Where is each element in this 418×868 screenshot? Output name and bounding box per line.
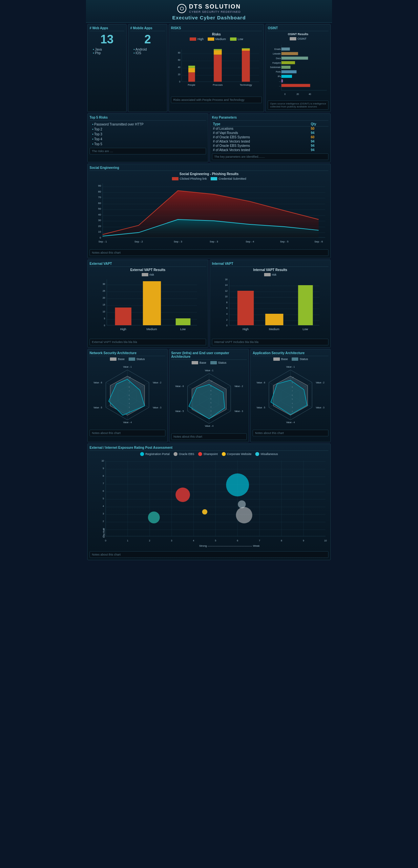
ext-vapt-title: External VAPT xyxy=(90,262,206,267)
process-medium-bar xyxy=(214,50,221,55)
svg-text:Low: Low xyxy=(180,328,186,331)
low-swatch xyxy=(230,37,237,41)
svg-text:0: 0 xyxy=(99,236,101,239)
svg-text:1: 1 xyxy=(127,539,128,542)
top5-item-1: Password Transmitted over HTTP xyxy=(92,122,206,127)
key-params-title: Key Parameters xyxy=(212,116,328,121)
svg-text:Value - 1: Value - 1 xyxy=(123,366,132,368)
sa-base-label: Base xyxy=(200,361,206,364)
reg-label: Registration Portal xyxy=(145,453,170,456)
svg-text:Value - 5: Value - 5 xyxy=(175,410,184,412)
kp-type-4: # of Attack Vectors tested xyxy=(212,139,310,144)
osint-linkedin-bar xyxy=(281,52,298,55)
int-vapt-legend-item: risk xyxy=(264,273,277,276)
top5-item-3: Top 3 xyxy=(92,132,206,137)
clicked-swatch xyxy=(172,177,178,180)
app-arch-legend: Base Status xyxy=(253,358,328,361)
svg-text:Value - 5: Value - 5 xyxy=(256,406,265,409)
sa-base-swatch xyxy=(191,361,198,364)
external-vapt-panel: External VAPT External VAPT Results risk… xyxy=(87,259,208,348)
svg-text:0: 0 xyxy=(103,535,104,537)
svg-text:12: 12 xyxy=(225,290,228,292)
svg-text:60: 60 xyxy=(178,59,180,61)
svg-text:16: 16 xyxy=(225,278,228,281)
svg-text:3: 3 xyxy=(210,410,211,412)
aa-base-swatch xyxy=(273,358,280,361)
svg-text:8: 8 xyxy=(129,386,130,388)
svg-text:...: ... xyxy=(279,80,281,82)
svg-text:15: 15 xyxy=(103,304,105,306)
table-row: # of Attack Vectors tested 94 xyxy=(212,139,328,144)
svg-text:60: 60 xyxy=(98,202,101,205)
high-swatch xyxy=(189,37,196,41)
table-row: # of Oracle EBS Systems 60 xyxy=(212,135,328,139)
kp-type-5: # of Oracle EBS Systems xyxy=(212,144,310,148)
svg-text:Value - 3: Value - 3 xyxy=(316,406,324,409)
svg-text:Strong ————————————————— Weak: Strong ————————————————— Weak xyxy=(199,545,260,547)
svg-text:Value - 4: Value - 4 xyxy=(286,421,295,424)
osint-swatch xyxy=(290,37,296,40)
risks-title: RISKS xyxy=(171,26,262,31)
bubble-legend-sharepoint: Sharepoint xyxy=(198,452,218,456)
svg-text:30: 30 xyxy=(103,283,105,285)
bubble-note: Notes about this chart xyxy=(90,551,328,558)
logo-container: ⬡ DTS SOLUTION CYBER SECURITY REDEFINED xyxy=(86,3,332,13)
svg-text:10: 10 xyxy=(103,310,105,313)
top5-panel: Top 5 Risks Password Transmitted over HT… xyxy=(87,113,208,162)
svg-text:9: 9 xyxy=(103,467,104,469)
se-legend-clicked: Clicked Phishing link xyxy=(172,177,207,180)
svg-text:5: 5 xyxy=(103,497,104,500)
svg-text:10: 10 xyxy=(324,539,327,542)
svg-text:8: 8 xyxy=(292,386,293,388)
kp-type-2: # of Vapt Rounds xyxy=(212,131,310,135)
high-label: High xyxy=(198,37,204,41)
se-chart-title: Social Engineering - Phishing Results xyxy=(90,172,328,176)
svg-text:4: 4 xyxy=(103,505,104,507)
osint-legend: OSINT xyxy=(268,37,328,40)
osint-footprint-bar xyxy=(281,61,295,64)
risks-legend-high: High xyxy=(189,37,204,41)
kp-qty-1: 50 xyxy=(310,126,328,131)
svg-text:Proccses: Proccses xyxy=(213,84,223,86)
svg-text:Value - 2: Value - 2 xyxy=(234,385,243,388)
svg-text:70: 70 xyxy=(98,196,101,199)
clicked-label: Clicked Phishing link xyxy=(180,177,207,180)
risks-note: Risks associated with People Process and… xyxy=(171,97,262,103)
svg-text:0: 0 xyxy=(179,81,180,83)
na-base-label: Base xyxy=(118,358,125,361)
svg-text:20: 20 xyxy=(178,73,180,75)
svg-text:Sep - 4: Sep - 4 xyxy=(246,240,254,243)
svg-text:9: 9 xyxy=(210,385,211,388)
process-low-bar xyxy=(214,49,221,50)
svg-text:Value - 6: Value - 6 xyxy=(256,381,265,384)
svg-text:10: 10 xyxy=(101,460,104,462)
svg-text:14: 14 xyxy=(225,284,228,286)
kp-type-6: # of Attack Vectors tested xyxy=(212,148,310,152)
osint-chart: 0 20 40 Emails LinkedIn Docs Footprint S… xyxy=(268,41,328,99)
svg-text:10: 10 xyxy=(129,376,131,378)
svg-text:Value - 6: Value - 6 xyxy=(94,381,102,384)
server-arch-panel: Server (Infra) and End user computer Arc… xyxy=(169,349,249,442)
svg-text:7: 7 xyxy=(210,394,211,396)
bubble-title: External / Internet Exposure Rating Post… xyxy=(90,446,328,451)
web-apps-panel: # Web Apps 13 Java Php xyxy=(87,24,127,112)
svg-text:Sep - 6: Sep - 6 xyxy=(314,240,323,243)
network-arch-radar: Value - 1 Value - 4 Value - 2 Value - 3 … xyxy=(90,362,165,428)
svg-text:3: 3 xyxy=(129,406,130,408)
kp-qty-5: 94 xyxy=(310,144,328,148)
ext-vapt-legend-item: risk xyxy=(142,273,154,276)
osint-dots2-bar xyxy=(281,84,310,87)
svg-text:10: 10 xyxy=(210,380,212,382)
svg-text:Medium: Medium xyxy=(146,328,157,331)
int-vapt-title: Internal VAPT xyxy=(212,262,328,267)
vapt-section: External VAPT External VAPT Results risk… xyxy=(87,259,331,348)
svg-text:0: 0 xyxy=(227,324,228,327)
int-low-bar xyxy=(298,285,313,325)
svg-text:20: 20 xyxy=(98,225,101,228)
svg-text:4: 4 xyxy=(193,539,194,542)
svg-text:1: 1 xyxy=(103,528,104,530)
oracle-swatch xyxy=(174,452,177,456)
svg-text:Emails: Emails xyxy=(275,48,281,50)
int-vapt-note: Internal VAPT Includes bla bla bla xyxy=(212,339,328,345)
svg-text:80: 80 xyxy=(98,190,101,193)
